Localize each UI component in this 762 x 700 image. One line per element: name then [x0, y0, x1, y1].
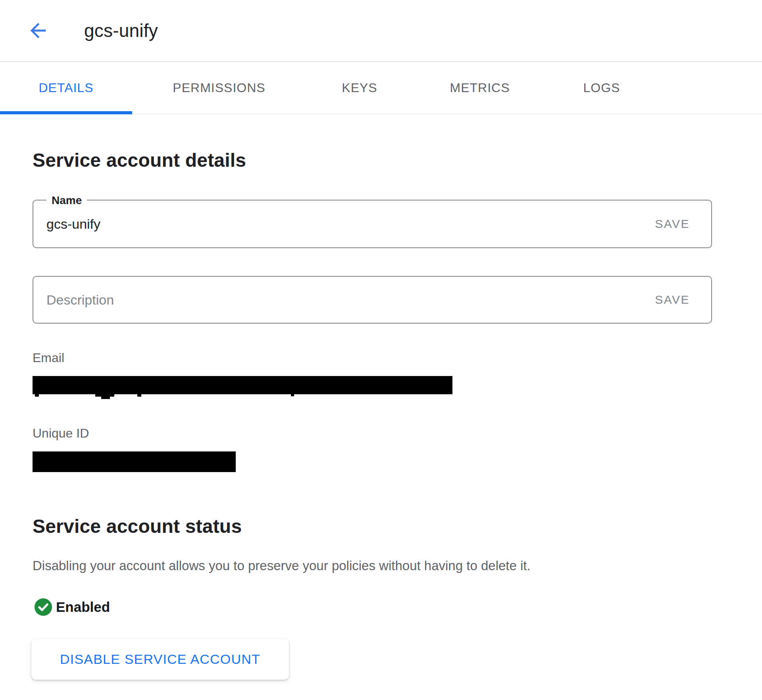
- tab-details[interactable]: DETAILS: [0, 62, 132, 114]
- redaction-mark: [137, 394, 141, 397]
- disable-service-account-button[interactable]: DISABLE SERVICE ACCOUNT: [31, 639, 289, 680]
- check-circle-icon: [34, 598, 52, 616]
- details-section-heading: Service account details: [33, 149, 246, 171]
- email-value-redacted: [33, 376, 452, 394]
- description-input[interactable]: [33, 277, 645, 323]
- arrow-left-icon: [27, 19, 50, 42]
- unique-id-label: Unique ID: [33, 426, 89, 441]
- status-badge: Enabled: [56, 599, 110, 615]
- page-title: gcs-unify: [84, 20, 158, 41]
- name-input[interactable]: [33, 201, 645, 247]
- description-save-button[interactable]: SAVE: [653, 290, 691, 310]
- status-description: Disabling your account allows you to pre…: [33, 557, 531, 574]
- redaction-mark: [35, 394, 39, 397]
- description-field: SAVE: [33, 276, 712, 324]
- status-section-heading: Service account status: [33, 515, 242, 537]
- tab-bar: DETAILS PERMISSIONS KEYS METRICS LOGS: [0, 62, 762, 114]
- name-save-button[interactable]: SAVE: [653, 214, 691, 234]
- tab-keys[interactable]: KEYS: [306, 62, 413, 114]
- tab-permissions[interactable]: PERMISSIONS: [132, 62, 306, 114]
- name-field: Name SAVE: [33, 200, 712, 248]
- redaction-mark: [101, 394, 110, 399]
- email-label: Email: [33, 350, 64, 365]
- unique-id-value-redacted: [33, 451, 236, 472]
- tab-metrics[interactable]: METRICS: [413, 62, 546, 114]
- back-button[interactable]: [26, 19, 50, 42]
- header: gcs-unify: [0, 0, 762, 62]
- status-row: Enabled: [34, 598, 110, 617]
- tab-logs[interactable]: LOGS: [546, 62, 657, 114]
- redaction-mark: [291, 394, 294, 396]
